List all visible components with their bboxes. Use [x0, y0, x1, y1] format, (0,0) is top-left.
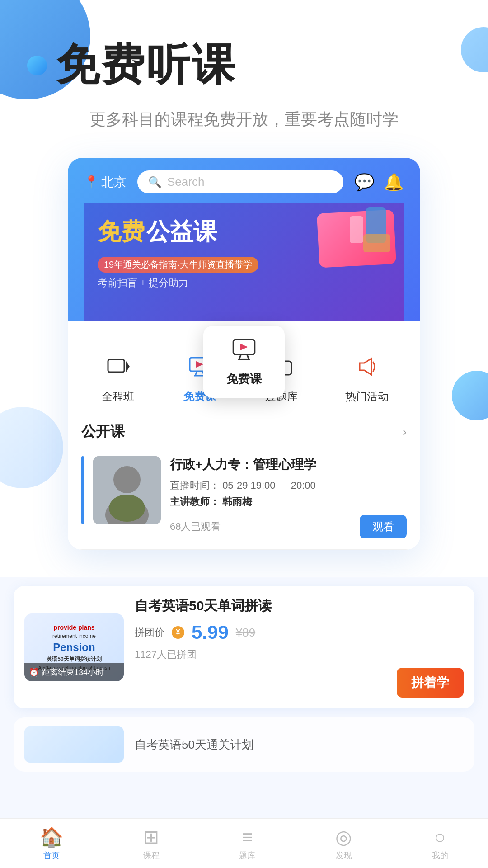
- public-course-section-header: 公开课 ›: [68, 413, 420, 449]
- section-more-chevron-icon: ›: [403, 425, 407, 439]
- location-text: 北京: [101, 174, 127, 191]
- group-course-name: 自考英语50天单词拼读: [135, 597, 464, 614]
- svg-point-11: [113, 466, 141, 493]
- nav-item-home[interactable]: 🏠 首页: [40, 826, 63, 861]
- banner-sub1: 19年通关必备指南·大牛师资直播带学: [98, 257, 258, 273]
- price-original: ¥89: [236, 626, 255, 640]
- second-thumbnail: [24, 726, 124, 763]
- banner-free-tag: 免费: [98, 218, 145, 245]
- nav-label-course: 课程: [143, 850, 160, 861]
- teacher-avatar: [93, 456, 161, 524]
- thumb-time-overlay: ⏰ 距离结束134小时: [24, 663, 124, 681]
- category-label-quanchengban: 全程班: [102, 389, 134, 404]
- hero-dot-decoration: [27, 56, 47, 75]
- second-card-peek: 自考英语50天通关计划: [14, 717, 474, 772]
- left-circle-decoration: [0, 407, 63, 488]
- price-label: 拼团价: [135, 626, 164, 639]
- group-price-row: 拼团价 ¥ 5.99 ¥89: [135, 622, 464, 643]
- nav-item-discover[interactable]: ◎ 发现: [335, 826, 352, 861]
- nav-item-course[interactable]: ⊞ 课程: [143, 826, 160, 861]
- teacher-name: 韩雨梅: [222, 496, 252, 507]
- course-card: 行政+人力专：管理心理学 直播时间： 05-29 19:00 — 20:00 主…: [68, 449, 420, 550]
- course-views: 68人已观看: [170, 520, 221, 533]
- group-buy-button[interactable]: 拼着学: [397, 668, 464, 698]
- hero-circle-right-decoration: [461, 27, 488, 72]
- nav-label-home: 首页: [43, 850, 60, 861]
- search-placeholder-text: Search: [167, 175, 204, 189]
- group-thumbnail: provide plans retirement income Pension …: [24, 613, 124, 681]
- questionbank-icon: ≡: [242, 826, 253, 848]
- search-bar[interactable]: 🔍 Search: [137, 170, 343, 193]
- group-info: 自考英语50天单词拼读 拼团价 ¥ 5.99 ¥89 1127人已拼团 拼着学: [135, 597, 464, 698]
- free-course-popup: 免费课: [203, 326, 285, 398]
- message-icon[interactable]: 💬: [354, 173, 375, 192]
- price-current: 5.99: [192, 622, 229, 643]
- search-icon: 🔍: [148, 176, 162, 189]
- app-header-row: 📍 北京 🔍 Search 💬 🔔: [84, 170, 404, 193]
- thumb-word3: Pension: [53, 641, 95, 654]
- course-broadcast-time: 直播时间： 05-29 19:00 — 20:00: [170, 479, 407, 492]
- broadcast-time-label: 直播时间：: [170, 480, 220, 491]
- second-card-name: 自考英语50天通关计划: [135, 737, 253, 753]
- teacher-label: 主讲教师：: [170, 496, 220, 507]
- thumb-word4: 英语50天单词拼读计划: [47, 656, 101, 663]
- right-circle-decoration: [452, 371, 488, 420]
- header-icons: 💬 🔔: [354, 173, 404, 192]
- mine-icon: ○: [434, 826, 446, 848]
- app-header: 📍 北京 🔍 Search 💬 🔔 免费 公益课: [68, 158, 420, 321]
- category-section: 全程班 免费课: [68, 321, 420, 550]
- banner-sub2: 考前扫盲 + 提分助力: [98, 276, 390, 290]
- svg-rect-0: [108, 359, 124, 372]
- watch-button[interactable]: 观看: [360, 515, 407, 538]
- svg-marker-1: [126, 361, 130, 372]
- course-info: 行政+人力专：管理心理学 直播时间： 05-29 19:00 — 20:00 主…: [170, 456, 407, 538]
- price-original-value: 89: [242, 626, 255, 639]
- price-coin-icon: ¥: [172, 626, 184, 639]
- category-item-hotactivity[interactable]: 热门活动: [345, 349, 389, 404]
- course-teacher: 主讲教师： 韩雨梅: [170, 495, 407, 509]
- below-section: provide plans retirement income Pension …: [0, 577, 488, 835]
- course-icon: ⊞: [143, 826, 159, 848]
- group-count: 1127人已拼团: [135, 648, 464, 661]
- banner-title-text: 公益课: [146, 218, 217, 245]
- nav-label-questionbank: 题库: [239, 850, 255, 861]
- nav-item-mine[interactable]: ○ 我的: [432, 826, 448, 861]
- free-course-popup-label: 免费课: [226, 371, 262, 387]
- thumb-word2: retirement income: [52, 633, 96, 639]
- hero-title-row: 免费听课: [27, 36, 461, 95]
- section-title: 公开课: [81, 422, 125, 442]
- location-pin-icon: 📍: [84, 175, 99, 189]
- nav-label-discover: 发现: [336, 850, 352, 861]
- discover-icon: ◎: [335, 826, 352, 848]
- svg-point-13: [109, 495, 145, 522]
- video-icon: [100, 349, 136, 385]
- app-banner: 免费 公益课 19年通关必备指南·大牛师资直播带学 考前扫盲 + 提分助力: [84, 203, 404, 321]
- nav-label-mine: 我的: [432, 850, 448, 861]
- thumb-word1: provide plans: [53, 624, 94, 631]
- location-label: 📍 北京: [84, 174, 127, 191]
- time-remaining-text: 距离结束134小时: [42, 667, 104, 678]
- hero-section: 免费听课 更多科目的课程免费开放，重要考点随时学 📍 北京 🔍 Search 💬…: [0, 0, 488, 577]
- hero-subtitle: 更多科目的课程免费开放，重要考点随时学: [27, 108, 461, 131]
- broadcast-time-value: 05-29 19:00 — 20:00: [222, 480, 316, 491]
- price-original-prefix: ¥: [236, 626, 242, 639]
- home-icon: 🏠: [40, 826, 63, 848]
- hero-title: 免费听课: [56, 36, 237, 95]
- bottom-navigation: 🏠 首页 ⊞ 课程 ≡ 题库 ◎ 发现 ○ 我的: [0, 818, 488, 868]
- bell-icon[interactable]: 🔔: [384, 173, 404, 192]
- course-name: 行政+人力专：管理心理学: [170, 456, 407, 473]
- category-item-quanchengban[interactable]: 全程班: [100, 349, 136, 404]
- banner-illustration: [305, 207, 395, 270]
- phone-mockup-card: 📍 北京 🔍 Search 💬 🔔 免费 公益课: [68, 158, 420, 550]
- section-more[interactable]: ›: [403, 425, 407, 439]
- course-footer: 68人已观看 观看: [170, 515, 407, 538]
- clock-icon: ⏰: [29, 667, 39, 677]
- group-buy-card: provide plans retirement income Pension …: [14, 586, 474, 708]
- category-label-hotactivity: 热门活动: [345, 389, 389, 404]
- megaphone-icon: [349, 349, 385, 385]
- nav-item-questionbank[interactable]: ≡ 题库: [239, 826, 255, 861]
- free-course-popup-icon: [231, 337, 257, 368]
- blue-accent-bar: [81, 456, 84, 524]
- category-row: 全程班 免费课: [68, 335, 420, 413]
